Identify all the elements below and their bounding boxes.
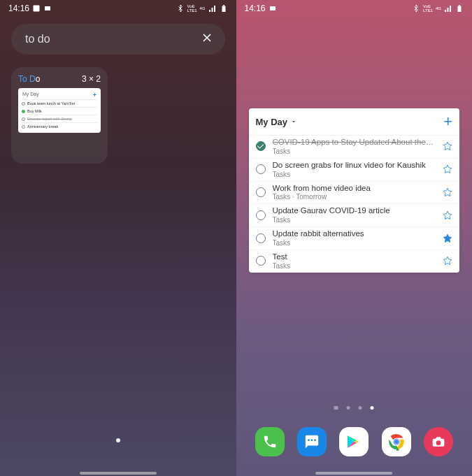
- task-radio[interactable]: [256, 187, 266, 197]
- volte-icon: VoELTE1: [423, 4, 433, 13]
- svg-rect-1: [45, 6, 50, 10]
- add-task-button[interactable]: +: [443, 114, 452, 129]
- camera-app-icon[interactable]: [424, 427, 453, 456]
- page-dot: [116, 438, 120, 442]
- task-radio[interactable]: [256, 164, 266, 174]
- widget-title: To Do: [18, 74, 40, 84]
- task-subtitle: Tasks: [273, 171, 436, 178]
- signal-icon: [444, 4, 452, 13]
- bluetooth-icon: [176, 4, 185, 13]
- statusbar: 14:16 VoELTE1 4G: [0, 0, 236, 17]
- widget-preview: My Day + Book team lunch at Yarn'InnBuy …: [18, 88, 101, 133]
- svg-rect-4: [270, 6, 276, 10]
- clock: 14:16: [245, 3, 266, 13]
- task-row[interactable]: Update rabbit alternatives Tasks: [249, 226, 460, 250]
- radio-icon: [22, 125, 25, 129]
- lte-label: 4G: [436, 6, 441, 10]
- task-subtitle: Tasks: [273, 239, 436, 247]
- gesture-handle[interactable]: [80, 472, 157, 475]
- radio-icon: [22, 102, 25, 106]
- search-input[interactable]: [25, 33, 200, 45]
- svg-rect-3: [223, 5, 224, 6]
- task-subtitle: Tasks: [273, 147, 436, 155]
- preview-row: Discuss report with Jimmy: [21, 115, 98, 122]
- task-radio[interactable]: [256, 210, 266, 220]
- page-indicators[interactable]: [334, 406, 374, 410]
- volte-icon: VoELTE1: [187, 4, 197, 13]
- dock: [236, 427, 473, 456]
- preview-header: My Day: [22, 92, 39, 99]
- task-row[interactable]: Do screen grabs for linux video for Kaus…: [249, 158, 460, 181]
- star-icon[interactable]: [443, 233, 452, 243]
- play-store-icon[interactable]: [339, 427, 369, 456]
- task-row[interactable]: Work from home video idea Tasks · Tomorr…: [249, 181, 460, 204]
- task-title: Do screen grabs for linux video for Kaus…: [273, 161, 436, 171]
- svg-rect-5: [458, 6, 462, 13]
- widget-search[interactable]: [11, 24, 225, 55]
- star-icon[interactable]: [443, 187, 452, 197]
- preview-row: Anniversary break: [21, 122, 98, 130]
- todo-widget[interactable]: My Day + COVID-19 Apps to Stay Updated A…: [249, 108, 460, 273]
- task-subtitle: Tasks: [273, 216, 436, 224]
- battery-icon: [220, 4, 228, 13]
- star-icon[interactable]: [443, 141, 452, 151]
- task-radio[interactable]: [256, 233, 266, 243]
- page-dot[interactable]: [359, 406, 362, 410]
- page-dot[interactable]: [347, 406, 350, 410]
- svg-point-11: [394, 440, 398, 444]
- signal-icon: [208, 4, 217, 13]
- radio-icon: [22, 110, 25, 113]
- svg-rect-6: [459, 5, 460, 6]
- task-title: Update rabbit alternatives: [273, 229, 436, 239]
- svg-rect-0: [34, 6, 40, 12]
- widget-header[interactable]: My Day +: [249, 108, 460, 135]
- widget-dimensions: 3 × 2: [82, 74, 101, 84]
- task-subtitle: Tasks · Tomorrow: [273, 193, 436, 201]
- phone-app-icon[interactable]: [255, 427, 285, 456]
- gallery-icon: [32, 4, 41, 13]
- svg-rect-2: [222, 6, 225, 13]
- task-title: Test: [273, 252, 436, 262]
- page-dot-active[interactable]: [371, 406, 374, 410]
- messages-app-icon[interactable]: [297, 427, 327, 456]
- right-screen: 14:16 VoELTE1 4G My Day + COVID-19 Apps …: [236, 0, 473, 476]
- task-title: COVID-19 Apps to Stay Updated About the …: [273, 138, 436, 147]
- star-icon[interactable]: [443, 164, 452, 174]
- task-subtitle: Tasks: [273, 262, 436, 270]
- preview-row: Book team lunch at Yarn'Inn: [21, 99, 98, 107]
- bluetooth-icon: [412, 4, 420, 13]
- statusbar: 14:16 VoELTE1 4G: [236, 0, 473, 17]
- chrome-app-icon[interactable]: [382, 427, 411, 456]
- preview-plus-icon: +: [93, 92, 96, 99]
- task-radio[interactable]: [256, 256, 266, 266]
- preview-row: Buy Milk: [21, 107, 98, 115]
- home-dot[interactable]: [334, 406, 338, 410]
- clear-search-icon[interactable]: [200, 31, 214, 48]
- preview-text: Discuss report with Jimmy: [27, 117, 97, 121]
- task-row[interactable]: Test Tasks: [249, 250, 460, 273]
- preview-text: Buy Milk: [27, 109, 97, 113]
- notification-icon: [43, 4, 52, 13]
- left-screen: 14:16 VoELTE1 4G To Do 3 × 2 My Day +: [0, 0, 236, 476]
- task-radio[interactable]: [256, 141, 266, 151]
- battery-icon: [455, 4, 464, 13]
- preview-text: Book team lunch at Yarn'Inn: [27, 101, 97, 106]
- star-icon[interactable]: [443, 256, 452, 266]
- chevron-down-icon[interactable]: [290, 117, 297, 127]
- notification-icon: [269, 4, 277, 13]
- gesture-handle[interactable]: [315, 472, 392, 475]
- task-row[interactable]: COVID-19 Apps to Stay Updated About the …: [249, 135, 460, 158]
- task-row[interactable]: Update Gaurav COVID-19 article Tasks: [249, 203, 460, 226]
- list-name: My Day: [256, 117, 288, 127]
- widget-todo-card[interactable]: To Do 3 × 2 My Day + Book team lunch at …: [11, 67, 108, 164]
- task-title: Update Gaurav COVID-19 article: [273, 206, 436, 216]
- radio-icon: [22, 117, 25, 121]
- task-title: Work from home video idea: [273, 184, 436, 194]
- star-icon[interactable]: [443, 210, 452, 220]
- lte-label: 4G: [199, 6, 205, 10]
- preview-text: Anniversary break: [27, 124, 97, 129]
- clock: 14:16: [8, 3, 29, 13]
